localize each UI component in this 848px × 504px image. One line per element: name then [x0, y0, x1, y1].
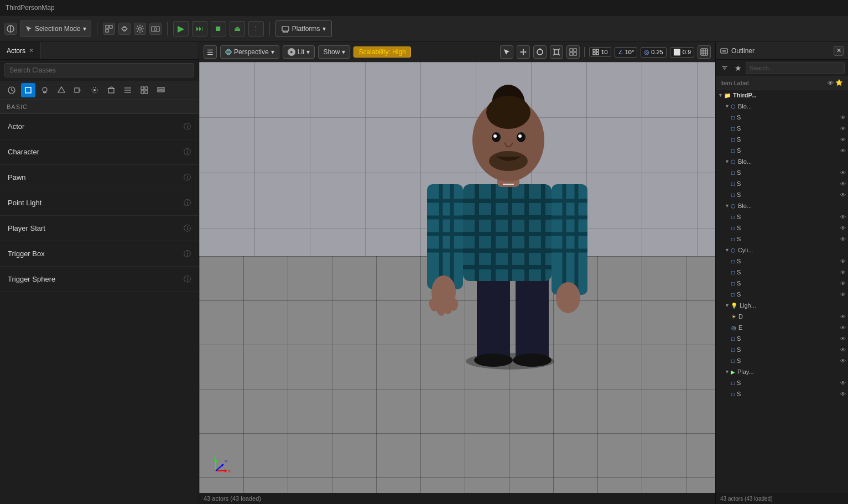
- vfx-category-icon[interactable]: [87, 83, 102, 97]
- hamburger-icon: ☰: [207, 48, 214, 56]
- cinematics-category-icon[interactable]: [71, 83, 85, 97]
- eye-icon: 👁: [840, 170, 846, 176]
- grid-view-icon[interactable]: [137, 83, 152, 97]
- outliner-s18[interactable]: □ S 👁: [716, 377, 848, 388]
- outliner-star-btn[interactable]: ★: [732, 63, 743, 74]
- platforms-dropdown[interactable]: Platforms ▾: [275, 20, 332, 37]
- outliner-s15[interactable]: □ S 👁: [716, 333, 848, 344]
- outliner-tab[interactable]: Outliner: [720, 47, 755, 55]
- actors-tab[interactable]: Actors ✕: [0, 42, 41, 59]
- actor-item-player-start[interactable]: Player Start ⓘ: [0, 216, 199, 241]
- outliner-s2[interactable]: □ S 👁: [716, 123, 848, 134]
- outliner-s8[interactable]: □ S 👁: [716, 211, 848, 222]
- mode-icon-btn[interactable]: [4, 23, 17, 35]
- snap-btn[interactable]: [118, 23, 131, 35]
- eye-icon: 👁: [840, 280, 846, 287]
- outliner-cyl-item[interactable]: ▼ ⬡ Cyli...: [716, 245, 848, 256]
- transform-btn[interactable]: [103, 23, 115, 35]
- svg-rect-4: [106, 29, 108, 32]
- svg-point-20: [93, 89, 96, 91]
- outliner-s1[interactable]: □ S 👁: [716, 112, 848, 123]
- outliner-s6[interactable]: □ S 👁: [716, 178, 848, 189]
- outliner-s19[interactable]: □ S 👁: [716, 388, 848, 399]
- scalability-badge[interactable]: Scalability: High: [353, 46, 410, 58]
- env-light-icon: ◎: [731, 325, 736, 331]
- eject-button[interactable]: ⏏: [230, 21, 245, 37]
- far-badge[interactable]: ⬜ 0.9: [670, 47, 694, 58]
- cyl-label: Cyli...: [738, 247, 753, 253]
- light-label: Ligh...: [740, 302, 756, 309]
- recently-placed-icon[interactable]: [4, 83, 19, 97]
- eye-icon: 👁: [840, 292, 846, 298]
- settings-btn[interactable]: [134, 23, 146, 35]
- svg-rect-56: [701, 49, 707, 55]
- blo3-label: Blo...: [738, 202, 752, 209]
- outliner-d1[interactable]: ☀ D 👁: [716, 311, 848, 322]
- angle-badge[interactable]: ∠ 10°: [615, 47, 638, 58]
- outliner-s3[interactable]: □ S 👁: [716, 134, 848, 145]
- outliner-s7[interactable]: □ S 👁: [716, 189, 848, 200]
- advance-frame-button[interactable]: ⏭: [192, 21, 207, 37]
- lights-category-icon[interactable]: [38, 83, 52, 97]
- more-play-button[interactable]: ⋮: [248, 21, 264, 37]
- perspective-dropdown[interactable]: Perspective ▾: [220, 45, 279, 59]
- outliner-close-btn[interactable]: ✕: [834, 46, 844, 56]
- lock-col[interactable]: ⭐: [835, 79, 844, 87]
- grid-size-badge[interactable]: 10: [589, 47, 611, 57]
- basic-category-icon[interactable]: [21, 83, 35, 97]
- viewport-menu-btn[interactable]: ☰: [204, 45, 217, 59]
- outliner-s4[interactable]: □ S 👁: [716, 145, 848, 156]
- eye-visible-col[interactable]: 👁: [826, 79, 835, 87]
- outliner-s13[interactable]: □ S 👁: [716, 278, 848, 289]
- outliner-s16[interactable]: □ S 👁: [716, 344, 848, 355]
- volumes-category-icon[interactable]: [104, 83, 118, 97]
- outliner-s5[interactable]: □ S 👁: [716, 167, 848, 178]
- play-button[interactable]: ▶: [173, 21, 189, 37]
- outliner-blo1-item[interactable]: ▼ ⬡ Blo...: [716, 101, 848, 112]
- outliner-blo2-item[interactable]: ▼ ⬡ Blo...: [716, 156, 848, 167]
- outliner-s9[interactable]: □ S 👁: [716, 222, 848, 233]
- outliner-s14[interactable]: □ S 👁: [716, 289, 848, 300]
- outliner-light-item[interactable]: ▼ 💡 Ligh...: [716, 300, 848, 311]
- shapes-category-icon[interactable]: [54, 83, 69, 97]
- actor-item-trigger-box[interactable]: Trigger Box ⓘ: [0, 241, 199, 267]
- expand-arrow: ▼: [725, 247, 730, 253]
- actor-item-character[interactable]: Character ⓘ: [0, 139, 199, 165]
- lit-dropdown[interactable]: ● Lit ▾: [283, 45, 315, 59]
- stop-button[interactable]: ⏹: [211, 21, 226, 37]
- play-label: Play...: [737, 368, 754, 375]
- svg-rect-22: [108, 89, 114, 93]
- outliner-play-item[interactable]: ▼ ▶ Play...: [716, 366, 848, 377]
- all-classes-icon[interactable]: [121, 83, 135, 97]
- outliner-e1[interactable]: ◎ E 👁: [716, 322, 848, 333]
- search-input[interactable]: [4, 63, 194, 77]
- outliner-s12[interactable]: □ S 👁: [716, 267, 848, 278]
- actor-item-pawn[interactable]: Pawn ⓘ: [0, 165, 199, 190]
- select-mode-icon[interactable]: [500, 45, 513, 59]
- viewport[interactable]: ☰ Perspective ▾ ● Lit ▾ Show ▾ Scalabili…: [199, 42, 715, 504]
- outliner-blo3-item[interactable]: ▼ ⬡ Blo...: [716, 200, 848, 211]
- viewport-settings-icon[interactable]: [698, 45, 711, 59]
- actors-tab-close[interactable]: ✕: [29, 47, 34, 54]
- list-view-icon[interactable]: [154, 83, 168, 97]
- near-clip-badge[interactable]: ◎ 0.25: [641, 47, 666, 58]
- actor-item-actor[interactable]: Actor ⓘ: [0, 114, 199, 139]
- outliner-root-item[interactable]: ▼ 📁 ThirdP...: [716, 90, 848, 101]
- viewport-type-icon[interactable]: [566, 45, 580, 59]
- translate-icon[interactable]: [517, 45, 530, 59]
- actor-item-point-light[interactable]: Point Light ⓘ: [0, 190, 199, 216]
- eye-icon: 👁: [840, 358, 846, 364]
- outliner-search-input[interactable]: [746, 62, 845, 74]
- scale-icon[interactable]: [550, 45, 563, 59]
- outliner-s11[interactable]: □ S 👁: [716, 256, 848, 267]
- actor-item-trigger-sphere[interactable]: Trigger Sphere ⓘ: [0, 267, 199, 292]
- show-dropdown[interactable]: Show ▾: [318, 45, 350, 59]
- selection-mode-dropdown[interactable]: Selection Mode ▾: [20, 20, 91, 37]
- rotate-icon[interactable]: [533, 45, 547, 59]
- outliner-filter-btn[interactable]: [719, 63, 730, 74]
- viewport-status-bar: 43 actors (43 loaded): [199, 493, 715, 504]
- outliner-s17[interactable]: □ S 👁: [716, 355, 848, 366]
- camera-btn[interactable]: [149, 23, 162, 35]
- outliner-s10[interactable]: □ S 👁: [716, 233, 848, 245]
- axis-indicator: X Z Y: [210, 454, 232, 476]
